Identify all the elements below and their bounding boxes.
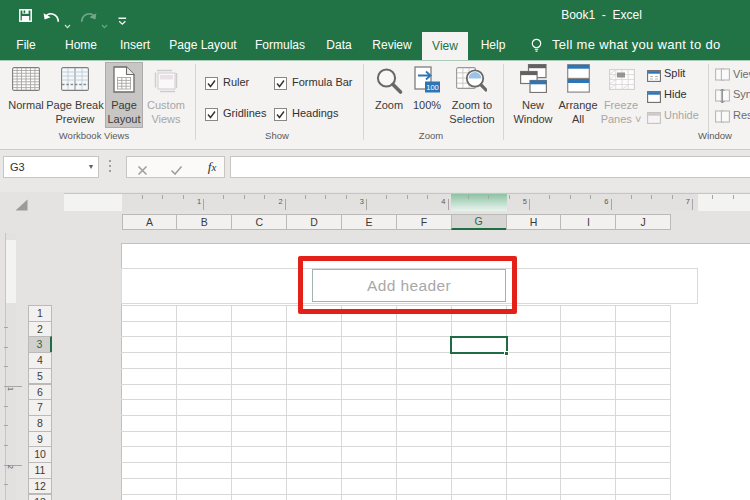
svg-text:100: 100 [426,83,439,92]
